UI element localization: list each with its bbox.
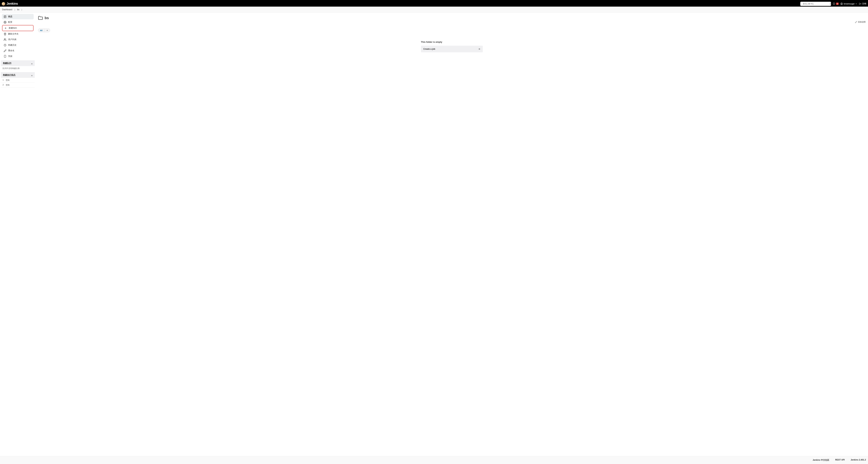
logout-label: 注销 — [862, 2, 866, 5]
empty-title: This folder is empty — [421, 41, 483, 43]
pencil-icon — [4, 49, 6, 52]
sidebar-item-label: 构建历史 — [8, 44, 17, 47]
credentials-icon — [4, 55, 6, 58]
search-input[interactable] — [803, 3, 829, 5]
folder-icon — [38, 16, 43, 20]
breadcrumb: Dashboard ❯ bs ❯ — [0, 7, 868, 13]
sidebar-item-label: 状态 — [8, 15, 12, 18]
alerts[interactable]: 1 — [833, 3, 839, 5]
executors-title: 构建执行状态 — [3, 74, 16, 77]
trash-icon — [4, 33, 6, 35]
sidebar-item-label: 删除文件夹 — [8, 32, 19, 35]
sidebar-item-credentials[interactable]: 凭据 — [2, 54, 34, 59]
gear-icon — [4, 21, 6, 24]
add-description-label: 添加说明 — [858, 21, 866, 23]
tab-all[interactable]: All — [38, 28, 44, 32]
page-title-text: bs — [44, 16, 49, 20]
footer: Jenkins 中文社区 REST API Jenkins 2.401.3 — [0, 456, 868, 464]
tab-all-label: All — [40, 29, 42, 31]
search-box[interactable]: ? — [800, 2, 831, 6]
executor-row: 1 空闲 — [1, 78, 35, 83]
plus-icon — [46, 30, 48, 31]
logout-button[interactable]: 注销 — [859, 2, 866, 5]
footer-rest-api[interactable]: REST API — [835, 459, 845, 462]
brand[interactable]: Jenkins — [2, 2, 18, 5]
page-title: bs — [38, 16, 866, 20]
alerts-count: 1 — [836, 3, 839, 5]
jenkins-logo-icon — [2, 2, 5, 5]
plus-icon — [4, 27, 7, 30]
history-icon — [4, 44, 6, 47]
shield-icon — [833, 3, 835, 5]
sidebar-item-label: 用户列表 — [8, 38, 17, 41]
user-name: brownsugar — [844, 3, 855, 5]
pencil-icon — [855, 21, 857, 23]
sidebar-item-delete-folder[interactable]: 删除文件夹 — [2, 31, 34, 37]
sidebar-item-build-history[interactable]: 构建历史 — [2, 42, 34, 48]
users-icon — [4, 38, 6, 41]
user-icon — [840, 3, 843, 5]
sidebar-item-status[interactable]: 状态 — [2, 14, 34, 19]
arrow-right-icon — [478, 48, 480, 50]
sidebar-item-rename[interactable]: 重命名 — [2, 48, 34, 53]
tab-add[interactable] — [44, 28, 50, 32]
chevron-down-icon — [856, 3, 857, 4]
sidebar-item-label: 凭据 — [8, 55, 12, 58]
svg-point-12 — [4, 38, 5, 39]
sidebar-item-label: 重命名 — [8, 49, 14, 52]
create-job-label: Create a job — [424, 48, 435, 50]
logout-icon — [859, 3, 861, 5]
build-queue-empty: 队列中没有构建任务 — [1, 66, 35, 71]
executor-status: 空闲 — [6, 79, 9, 82]
chevron-right-icon: ❯ — [13, 9, 16, 10]
sidebar-item-configure[interactable]: 配置 — [2, 20, 34, 25]
breadcrumb-item[interactable]: Dashboard — [2, 8, 13, 11]
sidebar-item-label: 配置 — [8, 21, 12, 24]
brand-name: Jenkins — [7, 2, 18, 5]
svg-rect-14 — [4, 55, 6, 57]
executors-header[interactable]: 构建执行状态 ⌄ — [1, 72, 35, 78]
sidebar-item-new-item[interactable]: 新建Item — [2, 25, 33, 31]
status-icon — [4, 15, 6, 18]
help-icon[interactable]: ? — [830, 3, 831, 5]
svg-point-9 — [5, 22, 5, 23]
chevron-right-icon: ❯ — [20, 9, 23, 10]
build-queue-header[interactable]: 构建队列 ⌄ — [1, 60, 35, 66]
svg-point-3 — [841, 3, 842, 4]
executor-row: 2 空闲 — [1, 83, 35, 88]
create-job-button[interactable]: Create a job — [421, 46, 483, 52]
add-description-button[interactable]: 添加说明 — [855, 21, 866, 23]
sidebar: 状态 配置 新建Item 删除文件夹 用户列表 构建历史 重命名 凭据 — [0, 13, 36, 456]
footer-version[interactable]: Jenkins 2.401.3 — [850, 459, 866, 462]
breadcrumb-item[interactable]: bs — [17, 8, 20, 11]
executor-num: 2 — [3, 84, 4, 86]
sidebar-item-users[interactable]: 用户列表 — [2, 37, 34, 42]
executor-status: 空闲 — [6, 84, 9, 86]
footer-community[interactable]: Jenkins 中文社区 — [813, 459, 829, 462]
chevron-down-icon: ⌄ — [31, 74, 33, 76]
main-content: bs 添加说明 All This folder is empty Create … — [36, 13, 868, 456]
chevron-down-icon: ⌄ — [31, 62, 33, 64]
user-menu[interactable]: brownsugar — [840, 3, 857, 5]
executor-num: 1 — [3, 79, 4, 82]
build-queue-title: 构建队列 — [3, 62, 11, 65]
sidebar-item-label: 新建Item — [9, 27, 17, 30]
